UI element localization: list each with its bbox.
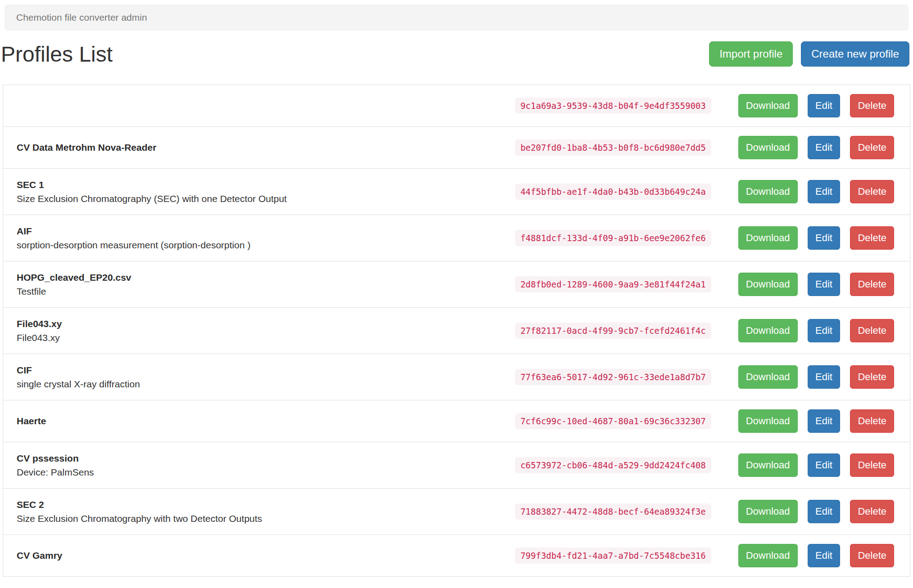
delete-button[interactable]: Delete — [850, 409, 894, 433]
delete-button[interactable]: Delete — [850, 453, 894, 477]
download-button[interactable]: Download — [738, 136, 798, 159]
profile-description: File043.xy — [17, 331, 493, 345]
profile-uuid: 799f3db4-fd21-4aa7-a7bd-7c5548cbe316 — [515, 548, 711, 564]
profile-title: CV pssession — [17, 451, 493, 466]
delete-button[interactable]: Delete — [850, 180, 894, 203]
table-row: HOPG_cleaved_EP20.csv Testfile 2d8fb0ed-… — [3, 261, 910, 308]
profile-description: Device: PalmSens — [17, 466, 493, 479]
delete-button[interactable]: Delete — [850, 226, 894, 250]
edit-button[interactable]: Edit — [808, 500, 840, 523]
profile-title: CV Gamry — [17, 548, 493, 563]
download-button[interactable]: Download — [738, 94, 798, 117]
profile-description: sorption-desorption measurement (sorptio… — [17, 238, 493, 252]
profile-uuid: 44f5bfbb-ae1f-4da0-b43b-0d33b649c24a — [515, 184, 711, 200]
top-navbar: Chemotion file converter admin — [5, 4, 908, 31]
delete-button[interactable]: Delete — [850, 319, 894, 342]
table-row: CV pssession Device: PalmSens c6573972-c… — [3, 442, 910, 489]
profile-title: CV Data Metrohm Nova-Reader — [17, 140, 493, 155]
edit-button[interactable]: Edit — [808, 226, 840, 250]
profile-description: single crystal X-ray diffraction — [17, 377, 493, 391]
table-row: SEC 1 Size Exclusion Chromatography (SEC… — [3, 169, 910, 215]
download-button[interactable]: Download — [738, 273, 798, 296]
profile-uuid: 7cf6c99c-10ed-4687-80a1-69c36c332307 — [515, 413, 711, 429]
delete-button[interactable]: Delete — [850, 500, 894, 523]
download-button[interactable]: Download — [738, 226, 798, 250]
profile-uuid: 71883827-4472-48d8-becf-64ea89324f3e — [515, 503, 711, 520]
profiles-table-container: 9c1a69a3-9539-43d8-b04f-9e4df3559003 Dow… — [3, 85, 910, 577]
delete-button[interactable]: Delete — [850, 94, 894, 117]
import-profile-button[interactable]: Import profile — [709, 41, 793, 67]
profile-title: AIF — [17, 224, 493, 238]
profile-description: Size Exclusion Chromatography with two D… — [17, 512, 493, 525]
edit-button[interactable]: Edit — [808, 319, 840, 342]
profile-uuid: be207fd0-1ba8-4b53-b0f8-bc6d980e7dd5 — [515, 139, 711, 156]
download-button[interactable]: Download — [738, 453, 798, 477]
edit-button[interactable]: Edit — [808, 136, 840, 159]
profile-title: SEC 2 — [17, 498, 493, 512]
profile-uuid: 2d8fb0ed-1289-4600-9aa9-3e81f44f24a1 — [515, 276, 711, 292]
table-row: AIF sorption-desorption measurement (sor… — [3, 215, 910, 261]
edit-button[interactable]: Edit — [808, 453, 840, 477]
navbar-brand[interactable]: Chemotion file converter admin — [16, 12, 147, 23]
profile-title: Haerte — [17, 414, 493, 428]
download-button[interactable]: Download — [738, 365, 798, 389]
page-title: Profiles List — [1, 42, 113, 67]
delete-button[interactable]: Delete — [850, 365, 894, 389]
header-actions: Import profile Create new profile — [709, 41, 909, 67]
profile-description: Size Exclusion Chromatography (SEC) with… — [17, 192, 493, 206]
profile-title: HOPG_cleaved_EP20.csv — [17, 270, 493, 285]
edit-button[interactable]: Edit — [808, 180, 840, 203]
table-row: File043.xy File043.xy 27f82117-0acd-4f99… — [3, 308, 910, 354]
download-button[interactable]: Download — [738, 500, 798, 523]
profile-uuid: f4881dcf-133d-4f09-a91b-6ee9e2062fe6 — [515, 230, 711, 246]
create-new-profile-button[interactable]: Create new profile — [801, 41, 909, 67]
profile-uuid: 9c1a69a3-9539-43d8-b04f-9e4df3559003 — [515, 98, 711, 114]
delete-button[interactable]: Delete — [850, 544, 894, 567]
profile-uuid: c6573972-cb06-484d-a529-9dd2424fc408 — [515, 457, 711, 473]
table-row: SEC 2 Size Exclusion Chromatography with… — [3, 489, 910, 535]
edit-button[interactable]: Edit — [808, 409, 840, 433]
profile-title: File043.xy — [17, 317, 493, 331]
delete-button[interactable]: Delete — [850, 136, 894, 159]
edit-button[interactable]: Edit — [808, 544, 840, 567]
table-row: CV Gamry 799f3db4-fd21-4aa7-a7bd-7c5548c… — [3, 535, 910, 577]
table-row: Haerte 7cf6c99c-10ed-4687-80a1-69c36c332… — [3, 400, 910, 442]
profile-uuid: 27f82117-0acd-4f99-9cb7-fcefd2461f4c — [515, 323, 711, 339]
table-row: 9c1a69a3-9539-43d8-b04f-9e4df3559003 Dow… — [3, 85, 910, 127]
table-row: CV Data Metrohm Nova-Reader be207fd0-1ba… — [3, 127, 910, 169]
delete-button[interactable]: Delete — [850, 273, 894, 296]
profile-title: SEC 1 — [17, 178, 493, 192]
profile-uuid: 77f63ea6-5017-4d92-961c-33ede1a8d7b7 — [515, 369, 711, 385]
page-header: Profiles List Import profile Create new … — [1, 41, 909, 67]
download-button[interactable]: Download — [738, 409, 798, 433]
download-button[interactable]: Download — [738, 180, 798, 203]
profile-title: CIF — [17, 363, 493, 377]
edit-button[interactable]: Edit — [808, 273, 840, 296]
profiles-table: 9c1a69a3-9539-43d8-b04f-9e4df3559003 Dow… — [3, 85, 910, 577]
edit-button[interactable]: Edit — [808, 94, 840, 117]
table-row: CIF single crystal X-ray diffraction 77f… — [3, 354, 910, 400]
profile-description: Testfile — [17, 285, 493, 298]
edit-button[interactable]: Edit — [808, 365, 840, 389]
download-button[interactable]: Download — [738, 319, 798, 342]
download-button[interactable]: Download — [738, 544, 798, 567]
